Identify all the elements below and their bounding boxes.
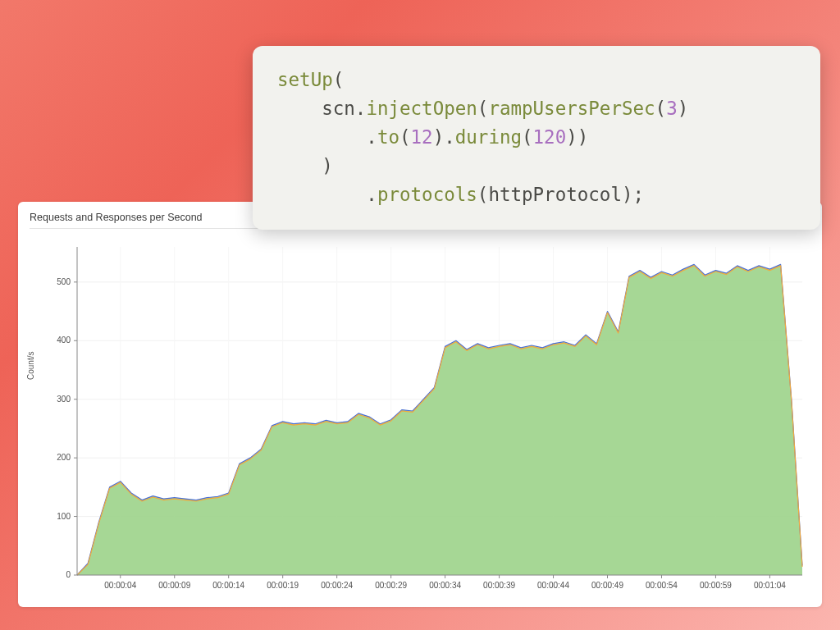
y-tick-label: 200 [57, 453, 71, 462]
code-token: scn [322, 98, 355, 119]
code-token: ( [399, 126, 411, 148]
code-token: during [455, 126, 522, 148]
code-token: protocols [377, 184, 477, 205]
code-token [277, 98, 322, 119]
code-token: . [277, 126, 377, 148]
code-line: ) [277, 152, 796, 180]
code-token: ). [433, 126, 455, 148]
x-tick-label: 00:00:39 [483, 581, 515, 590]
x-tick-label: 00:00:54 [646, 581, 678, 590]
x-tick-label: 00:00:09 [158, 581, 190, 590]
y-tick-label: 300 [57, 395, 71, 404]
code-token: ); [622, 184, 644, 205]
x-tick-label: 00:00:19 [267, 581, 299, 590]
code-token: ( [333, 69, 345, 90]
code-token: . [277, 184, 377, 205]
code-token: 3 [666, 98, 678, 119]
code-line: .protocols(httpProtocol); [277, 180, 796, 209]
code-token: to [377, 126, 399, 148]
code-token: 120 [533, 126, 567, 148]
x-tick-label: 00:00:49 [591, 581, 623, 590]
x-tick-label: 00:00:44 [537, 581, 569, 590]
chart-panel: Requests and Responses per Second Count/… [18, 202, 822, 607]
x-tick-label: 00:00:34 [429, 581, 461, 590]
x-tick-label: 00:00:24 [321, 581, 353, 590]
y-tick-label: 500 [57, 277, 71, 286]
chart-body: Count/s 010020030040050000:00:0400:00:09… [30, 232, 810, 601]
code-token: ( [522, 126, 533, 148]
x-tick-label: 00:01:04 [754, 581, 786, 590]
x-tick-label: 00:00:04 [104, 581, 136, 590]
code-snippet: setUp( scn.injectOpen(rampUsersPerSec(3)… [253, 46, 820, 230]
code-token: httpProtocol [488, 184, 622, 205]
code-token: ) [678, 98, 689, 119]
y-tick-label: 400 [57, 336, 71, 345]
x-tick-label: 00:00:14 [212, 581, 244, 590]
code-line: .to(12).during(120)) [277, 123, 796, 152]
code-token: setUp [277, 69, 333, 90]
code-token: ) [277, 155, 333, 176]
y-tick-label: 0 [66, 570, 71, 579]
code-token: ( [655, 98, 667, 119]
code-token: ( [477, 98, 489, 119]
x-tick-label: 00:00:29 [375, 581, 407, 590]
code-line: scn.injectOpen(rampUsersPerSec(3) [277, 94, 796, 123]
code-token: . [355, 98, 367, 119]
code-line: setUp( [277, 66, 796, 94]
x-tick-label: 00:00:59 [700, 581, 732, 590]
code-token: injectOpen [366, 98, 477, 119]
y-tick-label: 100 [57, 512, 71, 521]
code-token: )) [566, 126, 588, 148]
code-token: 12 [411, 126, 433, 148]
area-chart: 010020030040050000:00:0400:00:0900:00:14… [30, 232, 810, 601]
code-token: ( [477, 184, 489, 205]
code-token: rampUsersPerSec [488, 98, 655, 119]
